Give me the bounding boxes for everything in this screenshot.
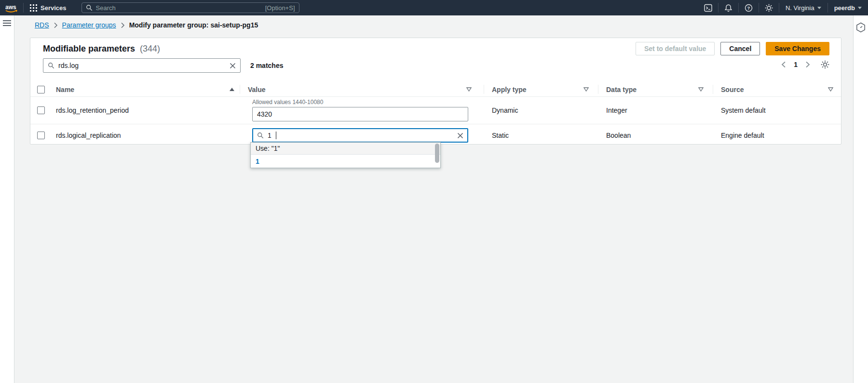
bell-icon (724, 4, 732, 12)
hamburger-menu-icon[interactable] (3, 20, 11, 26)
dropdown-option-item[interactable]: 1 (251, 155, 440, 168)
hexagon-clock-icon (856, 22, 866, 33)
filter-triangle-icon (466, 87, 472, 92)
global-search-placeholder: Search (96, 4, 262, 12)
allowed-values-hint: Allowed values 1440-10080 (252, 99, 484, 106)
sort-ascending-icon (230, 88, 234, 91)
settings-button[interactable] (759, 0, 779, 15)
breadcrumb: RDS Parameter groups Modify parameter gr… (35, 21, 258, 29)
data-type-value: Boolean (598, 124, 713, 146)
parameter-value-input[interactable] (252, 107, 468, 121)
dropdown-scrollbar-thumb[interactable] (435, 144, 439, 163)
notifications-hex-button[interactable] (856, 22, 866, 33)
set-to-default-button[interactable]: Set to default value (636, 42, 715, 55)
breadcrumb-current: Modify parameter group: sai-setup-pg15 (129, 21, 258, 29)
services-label: Services (41, 4, 67, 12)
filter-source-button[interactable] (828, 87, 833, 92)
row-checkbox[interactable] (37, 132, 45, 139)
cloudshell-button[interactable] (698, 0, 718, 15)
value-autocomplete-dropdown: Use: "1" 1 (250, 142, 441, 168)
breadcrumb-chevron-icon (54, 22, 58, 28)
search-shortcut-hint: [Option+S] (265, 4, 295, 12)
chevron-down-icon (817, 7, 821, 9)
region-label: N. Virginia (786, 4, 814, 12)
text-cursor (276, 132, 276, 139)
clear-filter-button[interactable] (230, 63, 236, 69)
breadcrumb-chevron-icon (121, 22, 125, 28)
breadcrumb-link-parameter-groups[interactable]: Parameter groups (62, 21, 116, 29)
column-label-apply-type: Apply type (492, 86, 527, 93)
filter-triangle-icon (698, 87, 704, 92)
parameter-filter-text[interactable] (58, 62, 226, 69)
modifiable-parameters-panel: Modifiable parameters (344) Set to defau… (30, 38, 841, 145)
account-label: peerdb (834, 4, 855, 12)
column-header-data-type[interactable]: Data type (598, 82, 713, 96)
cancel-button[interactable]: Cancel (720, 42, 760, 55)
source-value: System default (713, 97, 842, 124)
apply-type-value: Static (484, 124, 598, 146)
page-title: Modifiable parameters (43, 44, 135, 53)
filter-value-button[interactable] (466, 87, 472, 92)
column-label-data-type: Data type (606, 86, 637, 93)
clear-select-search-button[interactable] (457, 132, 463, 139)
save-changes-button[interactable]: Save Changes (766, 42, 829, 55)
global-search-input[interactable]: Search [Option+S] (81, 2, 299, 13)
filter-data-type-button[interactable] (698, 87, 704, 92)
services-grid-icon (30, 4, 37, 12)
notifications-button[interactable] (719, 0, 738, 15)
filter-triangle-icon (583, 87, 589, 92)
help-button[interactable]: ? (739, 0, 759, 15)
right-tools-strip (853, 15, 868, 383)
table-preferences-button[interactable] (821, 60, 829, 69)
select-search-query: 1 (268, 132, 271, 139)
filter-apply-type-button[interactable] (583, 87, 589, 92)
pagination: 1 (781, 60, 829, 69)
data-type-value: Integer (598, 97, 713, 124)
svg-text:?: ? (747, 5, 750, 11)
panel-title-row: Modifiable parameters (344) (43, 44, 160, 54)
aws-logo[interactable]: aws (0, 2, 23, 13)
column-header-apply-type[interactable]: Apply type (484, 82, 598, 96)
column-header-name[interactable]: Name (51, 82, 240, 96)
column-label-value: Value (248, 86, 266, 93)
chevron-left-icon (781, 61, 786, 68)
parameter-name: rds.log_retention_period (51, 97, 240, 124)
close-icon (230, 63, 236, 69)
aws-logo-icon: aws (4, 3, 19, 13)
parameter-filter-input[interactable] (43, 58, 241, 73)
apply-type-value: Dynamic (484, 97, 598, 124)
match-count-label: 2 matches (250, 62, 283, 69)
column-header-source[interactable]: Source (713, 82, 842, 96)
left-nav-strip (0, 15, 14, 383)
gear-icon (821, 60, 829, 69)
parameter-value-select-search[interactable]: 1 (252, 128, 468, 143)
next-page-button[interactable] (805, 61, 810, 68)
dropdown-use-item[interactable]: Use: "1" (251, 143, 440, 155)
page-number-button[interactable]: 1 (793, 61, 799, 68)
account-menu[interactable]: peerdb (828, 0, 868, 15)
table-row: rds.log_retention_period Allowed values … (30, 97, 841, 124)
previous-page-button[interactable] (781, 61, 786, 68)
row-checkbox[interactable] (37, 106, 45, 114)
filter-triangle-icon (828, 87, 833, 92)
svg-text:aws: aws (5, 4, 16, 11)
close-icon (457, 132, 463, 139)
select-all-column-header (30, 82, 51, 96)
search-icon (48, 62, 54, 69)
services-menu-button[interactable]: Services (24, 0, 73, 15)
help-question-icon: ? (745, 4, 753, 12)
cloudshell-terminal-icon (704, 4, 712, 12)
breadcrumb-link-rds[interactable]: RDS (35, 21, 49, 29)
region-selector[interactable]: N. Virginia (779, 0, 827, 15)
table-header-row: Name Value Apply type Data type Source (30, 82, 841, 97)
search-icon (257, 132, 264, 139)
select-all-checkbox[interactable] (37, 86, 45, 93)
parameter-count: (344) (140, 44, 160, 53)
gear-icon (765, 4, 773, 12)
source-value: Engine default (713, 124, 842, 146)
chevron-right-icon (805, 61, 810, 68)
column-header-value[interactable]: Value (240, 82, 484, 96)
chevron-down-icon (858, 7, 862, 9)
column-label-source: Source (721, 86, 744, 93)
column-label-name: Name (56, 86, 74, 93)
